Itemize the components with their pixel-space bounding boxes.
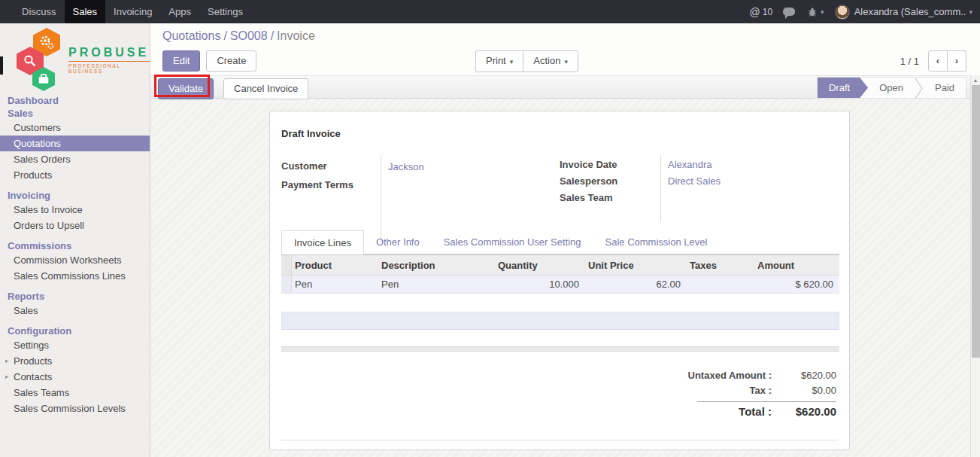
untaxed-amount-value: $620.00 <box>784 368 836 383</box>
sidebar-header-configuration: Configuration <box>0 324 150 337</box>
salesperson-value-link[interactable]: Alexandra <box>668 157 721 173</box>
probuse-logo: PROBUSE PROFESSIONAL BUSINESS <box>0 23 150 93</box>
sales-team-value-link[interactable]: Direct Sales <box>668 173 721 190</box>
expand-caret-icon: ▸ <box>5 353 9 369</box>
user-avatar[interactable] <box>835 5 850 20</box>
sidebar-header-reports: Reports <box>0 290 150 303</box>
status-paid[interactable]: Paid <box>924 78 966 98</box>
status-open[interactable]: Open <box>868 78 915 98</box>
logo-hexagons <box>17 28 63 91</box>
messages-icon[interactable] <box>783 8 795 16</box>
sidebar-item-config-products[interactable]: ▸Products <box>0 353 150 369</box>
logo-tagline: PROFESSIONAL BUSINESS <box>68 61 150 74</box>
sidebar-menu: Dashboard Sales Customers Quotations Sal… <box>0 93 150 416</box>
sidebar-item-commission-worksheets[interactable]: Commission Worksheets <box>0 252 150 268</box>
cell-description: Pen <box>378 276 495 293</box>
row-handle[interactable] <box>281 276 292 293</box>
col-amount[interactable]: Amount <box>754 255 839 275</box>
chevron-separator-icon <box>915 78 924 99</box>
top-navbar: Discuss Sales Invoicing Apps Settings @ … <box>0 0 980 23</box>
customer-value-link[interactable]: Jackson <box>388 161 424 172</box>
breadcrumb-quotations[interactable]: Quotations <box>162 29 220 42</box>
tax-label: Tax : <box>656 383 784 398</box>
col-quantity[interactable]: Quantity <box>495 255 585 275</box>
chevron-down-icon: ▾ <box>510 58 514 66</box>
sidebar-item-sales-orders[interactable]: Sales Orders <box>0 151 150 167</box>
sidebar-item-customers[interactable]: Customers <box>0 120 150 136</box>
tax-value: $0.00 <box>784 383 836 398</box>
statusbar-buttons: Validate Cancel Invoice <box>158 78 308 99</box>
menu-invoicing[interactable]: Invoicing <box>105 0 160 23</box>
debug-menu[interactable]: ▾ <box>807 7 824 17</box>
scrollbar-thumb[interactable] <box>972 85 980 358</box>
print-button[interactable]: Print▾ <box>475 50 523 72</box>
mention-count-badge[interactable]: 10 <box>763 7 772 17</box>
field-separator <box>660 155 661 221</box>
sidebar-header-commissions: Commissions <box>0 239 150 252</box>
col-unit-price[interactable]: Unit Price <box>585 255 687 275</box>
sidebar-item-sales-commissions-lines[interactable]: Sales Commissions Lines <box>0 268 150 284</box>
cell-quantity: 10.000 <box>495 276 585 293</box>
cancel-invoice-button[interactable]: Cancel Invoice <box>223 78 308 99</box>
col-taxes[interactable]: Taxes <box>687 255 754 275</box>
table-row[interactable]: Pen Pen 10.000 62.00 $ 620.00 <box>281 276 839 294</box>
sidebar-item-products[interactable]: Products <box>0 167 150 183</box>
scroll-up-arrow-icon[interactable]: ▲ <box>971 75 980 85</box>
action-buttons: Print▾ Action▾ <box>475 50 578 72</box>
tab-sales-commission-user-setting[interactable]: Sales Commission User Setting <box>432 230 593 254</box>
sidebar-item-config-contacts[interactable]: ▸Contacts <box>0 369 150 385</box>
breadcrumb-current: Invoice <box>277 29 315 42</box>
bug-icon <box>807 7 818 17</box>
edit-button[interactable]: Edit <box>162 50 200 72</box>
tab-sale-commission-level[interactable]: Sale Commission Level <box>593 230 720 254</box>
notebook-tabs: Invoice Lines Other Info Sales Commissio… <box>281 230 839 254</box>
sidebar: PROBUSE PROFESSIONAL BUSINESS Dashboard … <box>0 23 150 457</box>
row-handle-column <box>281 255 292 275</box>
untaxed-amount-row: Untaxed Amount : $620.00 <box>656 368 836 383</box>
sidebar-item-sales-teams[interactable]: Sales Teams <box>0 385 150 401</box>
control-panel: Quotations/SO008/Invoice Edit Create Pri… <box>150 23 980 75</box>
mention-icon[interactable]: @ <box>750 6 760 18</box>
customer-label: Customer <box>281 157 379 175</box>
pager-next-button[interactable]: › <box>947 50 966 72</box>
empty-section-bar <box>281 312 839 330</box>
menu-settings[interactable]: Settings <box>199 0 251 23</box>
sidebar-item-label: Contacts <box>14 371 52 382</box>
breadcrumb-so008[interactable]: SO008 <box>230 29 268 42</box>
panel-handle[interactable] <box>0 56 3 75</box>
user-menu[interactable]: Alexandra (Sales_comm.. <box>854 6 966 17</box>
right-field-labels: Invoice Date Salesperson Sales Team <box>560 157 659 206</box>
left-field-labels: Customer Payment Terms <box>281 157 379 194</box>
tab-other-info[interactable]: Other Info <box>364 230 432 254</box>
invoice-lines-table: Product Description Quantity Unit Price … <box>281 254 839 294</box>
chevron-down-icon: ▾ <box>969 8 972 16</box>
salesperson-label: Salesperson <box>560 173 659 190</box>
sidebar-item-orders-to-upsell[interactable]: Orders to Upsell <box>0 218 150 233</box>
sidebar-item-settings[interactable]: Settings <box>0 337 150 353</box>
logo-name: PROBUSE <box>68 46 150 59</box>
breadcrumb: Quotations/SO008/Invoice <box>162 29 315 43</box>
tab-invoice-lines[interactable]: Invoice Lines <box>281 230 364 254</box>
action-button[interactable]: Action▾ <box>523 50 578 72</box>
status-draft[interactable]: Draft <box>818 78 868 98</box>
col-description[interactable]: Description <box>378 255 495 275</box>
pager-previous-button[interactable]: ‹ <box>928 50 948 72</box>
topbar-right: @ 10 ▾ Alexandra (Sales_comm.. ▾ <box>750 0 980 23</box>
logo-text: PROBUSE PROFESSIONAL BUSINESS <box>63 46 150 74</box>
sidebar-item-label: Products <box>14 355 52 367</box>
vertical-scrollbar[interactable]: ▲ <box>970 75 980 457</box>
section-divider <box>281 346 839 352</box>
sidebar-item-reports-sales[interactable]: Sales <box>0 303 150 318</box>
validate-button[interactable]: Validate <box>158 78 214 99</box>
total-value: $620.00 <box>784 404 836 419</box>
menu-sales[interactable]: Sales <box>65 0 106 23</box>
sidebar-item-sales-to-invoice[interactable]: Sales to Invoice <box>0 202 150 218</box>
menu-apps[interactable]: Apps <box>160 0 199 23</box>
create-button[interactable]: Create <box>206 50 256 72</box>
invoice-form-card: Draft Invoice Customer Payment Terms Jac… <box>269 111 850 450</box>
sidebar-item-sales-commission-levels[interactable]: Sales Commission Levels <box>0 401 150 416</box>
menu-discuss[interactable]: Discuss <box>14 0 65 23</box>
sidebar-item-quotations[interactable]: Quotations <box>0 136 150 151</box>
record-buttons: Edit Create <box>162 50 256 72</box>
col-product[interactable]: Product <box>292 255 378 275</box>
